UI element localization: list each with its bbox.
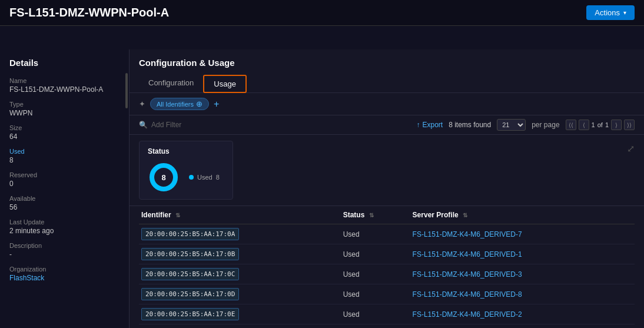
identifiers-table: Identifier ⇅ Status ⇅ Server Profile ⇅	[139, 206, 635, 328]
chevron-down-icon: ▾	[623, 9, 626, 16]
next-page-button[interactable]: ⟩	[611, 120, 622, 130]
legend-used: Used 8	[189, 174, 220, 181]
detail-type: Type WWPN	[9, 101, 119, 117]
main-layout: Details Name FS-L151-DMZ-WWPN-Pool-A Typ…	[0, 49, 644, 328]
all-identifiers-filter[interactable]: All Identifiers ⊕	[150, 98, 209, 110]
content-header: Configuration & Usage Configuration Usag…	[130, 49, 644, 93]
expand-icon[interactable]: ⤢	[627, 143, 635, 154]
add-filter-button[interactable]: +	[214, 99, 219, 110]
toolbar-right: ↑ Export 8 items found 21 50 100 per pag…	[416, 119, 635, 131]
identifier-cell: 20:00:00:25:B5:AA:17:0F	[139, 324, 341, 329]
status-cell: Used	[341, 244, 410, 264]
status-cell: Used	[341, 284, 410, 304]
col-status: Status ⇅	[341, 206, 410, 224]
status-card-content: 8 Used 8	[148, 161, 224, 193]
organization-label: Organization	[9, 266, 119, 273]
table-row: 20:00:00:25:B5:AA:17:0CUsedFS-L151-DMZ-K…	[139, 264, 635, 284]
identifier-cell: 20:00:00:25:B5:AA:17:0A	[139, 224, 341, 244]
tab-usage[interactable]: Usage	[203, 75, 247, 93]
add-filter-label[interactable]: Add Filter	[151, 121, 181, 129]
reserved-label: Reserved	[9, 171, 119, 178]
status-cell: Used	[341, 304, 410, 324]
detail-last-update: Last Update 2 minutes ago	[9, 218, 119, 235]
name-value: FS-L151-DMZ-WWPN-Pool-A	[9, 85, 119, 94]
identifier-cell: 20:00:00:25:B5:AA:17:0E	[139, 304, 341, 324]
used-label: Used	[9, 148, 119, 155]
table-row: 20:00:00:25:B5:AA:17:0DUsedFS-L151-DMZ-K…	[139, 284, 635, 304]
col-server-profile: Server Profile ⇅	[410, 206, 635, 224]
status-cell: Used	[341, 224, 410, 244]
chart-area: Status 8 Used	[130, 135, 644, 206]
sub-banner	[0, 26, 644, 49]
server-profile-sort-icon[interactable]: ⇅	[463, 212, 467, 218]
table-row: 20:00:00:25:B5:AA:17:0BUsedFS-L151-DMZ-K…	[139, 244, 635, 264]
server-profile-cell[interactable]: FS-L151-DMZ-K4-M6_DERIVED-7	[410, 224, 635, 244]
used-value: 8	[9, 156, 119, 164]
last-update-value: 2 minutes ago	[9, 227, 119, 235]
table-row: 20:00:00:25:B5:AA:17:0FUsedFS-L151-DMZ-K…	[139, 324, 635, 329]
reserved-value: 0	[9, 180, 119, 188]
detail-available: Available 56	[9, 195, 119, 211]
pagination-controls: ⟨⟨ ⟨ 1 of 1 ⟩ ⟩⟩	[566, 120, 635, 130]
server-profile-cell[interactable]: FS-L151-DMZ-K4-M6_DERIVED-2	[410, 304, 635, 324]
type-label: Type	[9, 101, 119, 108]
status-card: Status 8 Used	[139, 141, 233, 200]
settings-icon: ⊕	[196, 100, 203, 108]
identifier-sort-icon[interactable]: ⇅	[175, 212, 180, 218]
detail-reserved: Reserved 0	[9, 171, 119, 188]
actions-button[interactable]: Actions ▾	[586, 5, 635, 20]
table-row: 20:00:00:25:B5:AA:17:0EUsedFS-L151-DMZ-K…	[139, 304, 635, 324]
search-icon: 🔍	[139, 121, 148, 129]
donut-chart: 8	[148, 161, 180, 193]
available-label: Available	[9, 195, 119, 202]
status-card-title: Status	[148, 147, 224, 155]
first-page-button[interactable]: ⟨⟨	[566, 120, 576, 130]
identifier-cell: 20:00:00:25:B5:AA:17:0D	[139, 284, 341, 304]
per-page-label: per page	[532, 121, 559, 129]
legend-used-value: 8	[216, 174, 220, 181]
toolbar-row: 🔍 Add Filter ↑ Export 8 items found 21 5…	[130, 115, 644, 135]
detail-size: Size 64	[9, 124, 119, 141]
server-profile-cell[interactable]: FS-L151-DMZ-K4-M6_DERIVED-4	[410, 324, 635, 329]
detail-description: Description -	[9, 242, 119, 259]
content-area: Configuration & Usage Configuration Usag…	[130, 49, 644, 328]
tab-configuration[interactable]: Configuration	[139, 75, 203, 92]
server-profile-cell[interactable]: FS-L151-DMZ-K4-M6_DERIVED-8	[410, 284, 635, 304]
name-label: Name	[9, 77, 119, 84]
status-cell: Used	[341, 264, 410, 284]
legend-used-label: Used	[197, 174, 213, 181]
all-identifiers-label: All Identifiers	[157, 101, 194, 108]
export-button[interactable]: ↑ Export	[416, 121, 443, 129]
chart-legend: Used 8	[189, 174, 220, 181]
status-sort-icon[interactable]: ⇅	[369, 212, 374, 218]
table-header-row: Identifier ⇅ Status ⇅ Server Profile ⇅	[139, 206, 635, 224]
server-profile-cell[interactable]: FS-L151-DMZ-K4-M6_DERIVED-1	[410, 244, 635, 264]
prev-page-button[interactable]: ⟨	[579, 120, 589, 130]
items-found: 8 items found	[449, 121, 491, 129]
table-row: 20:00:00:25:B5:AA:17:0AUsedFS-L151-DMZ-K…	[139, 224, 635, 244]
search-box: 🔍 Add Filter	[139, 121, 181, 129]
sidebar: Details Name FS-L151-DMZ-WWPN-Pool-A Typ…	[0, 49, 130, 328]
filter-bar: ✦ All Identifiers ⊕ +	[130, 93, 644, 115]
description-label: Description	[9, 242, 119, 249]
detail-used: Used 8	[9, 148, 119, 164]
last-page-button[interactable]: ⟩⟩	[624, 120, 635, 130]
page-current: 1	[592, 121, 595, 128]
description-value: -	[9, 250, 119, 259]
export-icon: ↑	[416, 121, 420, 129]
col-identifier: Identifier ⇅	[139, 206, 341, 224]
sidebar-title: Details	[9, 58, 119, 68]
last-update-label: Last Update	[9, 218, 119, 226]
identifier-cell: 20:00:00:25:B5:AA:17:0C	[139, 264, 341, 284]
identifier-cell: 20:00:00:25:B5:AA:17:0B	[139, 244, 341, 264]
per-page-select[interactable]: 21 50 100	[497, 119, 526, 131]
table-wrapper: Identifier ⇅ Status ⇅ Server Profile ⇅	[130, 206, 644, 328]
header: FS-L151-DMZ-WWPN-Pool-A Actions ▾	[0, 0, 644, 26]
server-profile-cell[interactable]: FS-L151-DMZ-K4-M6_DERIVED-3	[410, 264, 635, 284]
used-dot	[189, 175, 194, 180]
size-value: 64	[9, 132, 119, 141]
detail-organization: Organization FlashStack	[9, 266, 119, 282]
type-value: WWPN	[9, 109, 119, 117]
organization-link[interactable]: FlashStack	[9, 274, 119, 282]
content-title: Configuration & Usage	[139, 58, 635, 68]
